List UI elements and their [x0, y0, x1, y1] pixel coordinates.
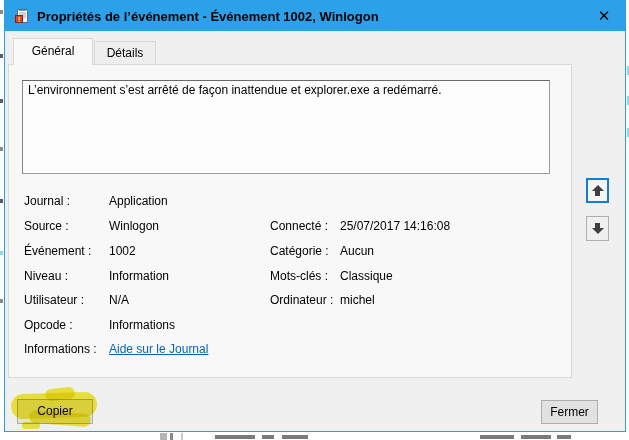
background-window-strip — [480, 435, 514, 439]
field-label: Source : — [24, 219, 69, 233]
background-window-strip — [160, 433, 167, 440]
previous-event-button[interactable] — [586, 178, 609, 203]
background-window-sliver — [0, 251, 3, 255]
field-value: Informations — [109, 318, 175, 332]
field-row: Source : Winlogon Connecté : 25/07/2017 … — [9, 219, 571, 235]
field-row: Opcode : Informations — [9, 318, 571, 334]
background-window-strip — [557, 435, 571, 439]
field-label: Ordinateur : — [270, 293, 333, 307]
screen: Propriétés de l’événement - Événement 10… — [0, 0, 629, 440]
field-label: Connecté : — [270, 219, 328, 233]
background-window-sliver — [0, 99, 3, 103]
background-window-sliver — [0, 147, 3, 151]
field-label: Journal : — [24, 194, 70, 208]
field-value: Application — [109, 194, 168, 208]
event-log-icon — [14, 8, 30, 24]
field-value: 25/07/2017 14:16:08 — [340, 219, 450, 233]
field-row: Événement : 1002 Catégorie : Aucun — [9, 244, 571, 260]
field-label: Catégorie : — [270, 244, 329, 258]
field-label: Niveau : — [24, 269, 68, 283]
field-value: Classique — [340, 269, 393, 283]
field-label: Opcode : — [24, 318, 73, 332]
titlebar[interactable]: Propriétés de l’événement - Événement 10… — [5, 1, 625, 31]
dialog-title: Propriétés de l’événement - Événement 10… — [37, 9, 379, 24]
general-tab-panel: L’environnement s’est arrêté de façon in… — [8, 64, 572, 378]
field-value: Aucun — [340, 244, 374, 258]
tab-details[interactable]: Détails — [94, 41, 156, 65]
event-description-text: L’environnement s’est arrêté de façon in… — [28, 83, 442, 97]
background-window-strip — [215, 435, 255, 439]
background-window-sliver — [0, 199, 3, 203]
close-icon[interactable]: ✕ — [587, 1, 621, 31]
background-window-sliver — [0, 299, 3, 303]
log-help-link[interactable]: Aide sur le Journal — [109, 342, 208, 356]
copy-button[interactable]: Copier — [17, 399, 93, 424]
background-window-sliver — [0, 54, 3, 58]
field-value: Winlogon — [109, 219, 159, 233]
close-button[interactable]: Fermer — [541, 400, 598, 424]
arrow-down-icon — [592, 228, 604, 234]
field-value: Information — [109, 269, 169, 283]
field-row: Utilisateur : N/A Ordinateur : michel — [9, 293, 571, 309]
next-event-button[interactable] — [586, 216, 609, 241]
event-properties-dialog: Propriétés de l’événement - Événement 10… — [4, 0, 626, 432]
field-label: Utilisateur : — [24, 293, 84, 307]
field-value: michel — [340, 293, 375, 307]
background-window-strip — [521, 435, 551, 439]
background-window-strip — [181, 433, 183, 440]
field-label: Informations : — [24, 342, 97, 356]
background-window-strip — [170, 433, 173, 440]
background-window-sliver — [0, 10, 3, 14]
field-row: Journal : Application — [9, 194, 571, 210]
field-label: Mots-clés : — [270, 269, 328, 283]
field-value: 1002 — [109, 244, 136, 258]
tab-general[interactable]: Général — [13, 38, 93, 65]
field-value: N/A — [109, 293, 129, 307]
field-row: Niveau : Information Mots-clés : Classiq… — [9, 269, 571, 285]
field-row: Informations : Aide sur le Journal — [9, 342, 571, 358]
background-window-strip — [262, 435, 274, 439]
event-description-box[interactable]: L’environnement s’est arrêté de façon in… — [22, 80, 550, 174]
background-window-strip — [282, 435, 308, 439]
field-label: Événement : — [24, 244, 91, 258]
